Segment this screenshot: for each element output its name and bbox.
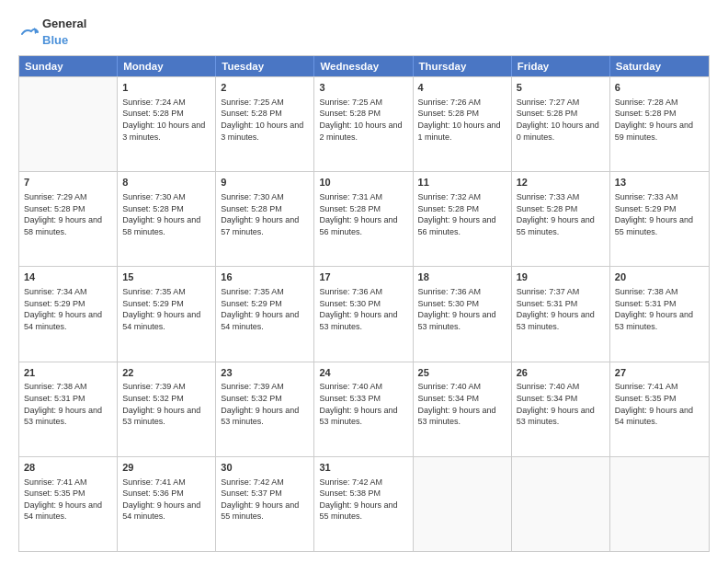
day-info: Sunrise: 7:40 AMSunset: 5:33 PMDaylight:… xyxy=(319,381,407,427)
day-cell-29: 29Sunrise: 7:41 AMSunset: 5:36 PMDayligh… xyxy=(118,457,216,551)
header-day-monday: Monday xyxy=(118,56,216,76)
day-cell-19: 19Sunrise: 7:37 AMSunset: 5:31 PMDayligh… xyxy=(512,267,610,361)
empty-cell xyxy=(414,457,512,551)
day-info: Sunrise: 7:37 AMSunset: 5:31 PMDaylight:… xyxy=(517,286,605,332)
day-cell-18: 18Sunrise: 7:36 AMSunset: 5:30 PMDayligh… xyxy=(414,267,512,361)
day-number: 8 xyxy=(122,176,210,190)
day-number: 24 xyxy=(319,366,407,380)
day-number: 21 xyxy=(24,366,112,380)
day-info: Sunrise: 7:32 AMSunset: 5:28 PMDaylight:… xyxy=(418,191,506,237)
day-info: Sunrise: 7:42 AMSunset: 5:38 PMDaylight:… xyxy=(319,477,407,523)
empty-cell xyxy=(19,77,118,171)
day-info: Sunrise: 7:39 AMSunset: 5:32 PMDaylight:… xyxy=(221,381,309,427)
day-info: Sunrise: 7:42 AMSunset: 5:37 PMDaylight:… xyxy=(221,477,309,523)
day-cell-20: 20Sunrise: 7:38 AMSunset: 5:31 PMDayligh… xyxy=(610,267,709,361)
day-cell-1: 1Sunrise: 7:24 AMSunset: 5:28 PMDaylight… xyxy=(118,77,216,171)
calendar: SundayMondayTuesdayWednesdayThursdayFrid… xyxy=(18,55,710,552)
header-day-thursday: Thursday xyxy=(414,56,512,76)
day-number: 26 xyxy=(517,366,605,380)
day-info: Sunrise: 7:25 AMSunset: 5:28 PMDaylight:… xyxy=(221,97,309,143)
day-info: Sunrise: 7:25 AMSunset: 5:28 PMDaylight:… xyxy=(319,97,407,143)
day-info: Sunrise: 7:33 AMSunset: 5:28 PMDaylight:… xyxy=(517,191,605,237)
day-number: 25 xyxy=(418,366,506,380)
day-cell-24: 24Sunrise: 7:40 AMSunset: 5:33 PMDayligh… xyxy=(314,362,413,456)
day-cell-10: 10Sunrise: 7:31 AMSunset: 5:28 PMDayligh… xyxy=(314,172,413,266)
day-cell-12: 12Sunrise: 7:33 AMSunset: 5:28 PMDayligh… xyxy=(512,172,610,266)
header-day-sunday: Sunday xyxy=(19,56,118,76)
day-info: Sunrise: 7:38 AMSunset: 5:31 PMDaylight:… xyxy=(615,286,704,332)
day-cell-3: 3Sunrise: 7:25 AMSunset: 5:28 PMDaylight… xyxy=(314,77,413,171)
empty-cell xyxy=(512,457,610,551)
day-number: 19 xyxy=(517,270,605,284)
day-cell-14: 14Sunrise: 7:34 AMSunset: 5:29 PMDayligh… xyxy=(19,267,118,361)
day-info: Sunrise: 7:36 AMSunset: 5:30 PMDaylight:… xyxy=(418,286,506,332)
day-number: 9 xyxy=(221,176,309,190)
day-number: 23 xyxy=(221,366,309,380)
day-info: Sunrise: 7:31 AMSunset: 5:28 PMDaylight:… xyxy=(319,191,407,237)
day-info: Sunrise: 7:24 AMSunset: 5:28 PMDaylight:… xyxy=(122,97,210,143)
day-cell-31: 31Sunrise: 7:42 AMSunset: 5:38 PMDayligh… xyxy=(314,457,413,551)
day-number: 31 xyxy=(319,461,407,475)
day-info: Sunrise: 7:30 AMSunset: 5:28 PMDaylight:… xyxy=(221,191,309,237)
day-cell-27: 27Sunrise: 7:41 AMSunset: 5:35 PMDayligh… xyxy=(610,362,709,456)
day-cell-2: 2Sunrise: 7:25 AMSunset: 5:28 PMDaylight… xyxy=(216,77,314,171)
day-cell-4: 4Sunrise: 7:26 AMSunset: 5:28 PMDaylight… xyxy=(414,77,512,171)
day-cell-9: 9Sunrise: 7:30 AMSunset: 5:28 PMDaylight… xyxy=(216,172,314,266)
day-cell-22: 22Sunrise: 7:39 AMSunset: 5:32 PMDayligh… xyxy=(118,362,216,456)
week-row-5: 28Sunrise: 7:41 AMSunset: 5:35 PMDayligh… xyxy=(19,456,709,551)
day-cell-7: 7Sunrise: 7:29 AMSunset: 5:28 PMDaylight… xyxy=(19,172,118,266)
day-number: 13 xyxy=(615,176,704,190)
day-info: Sunrise: 7:34 AMSunset: 5:29 PMDaylight:… xyxy=(24,286,112,332)
logo-blue: Blue xyxy=(42,33,68,47)
day-number: 28 xyxy=(24,461,112,475)
day-number: 27 xyxy=(615,366,704,380)
calendar-header: SundayMondayTuesdayWednesdayThursdayFrid… xyxy=(19,56,709,76)
day-number: 15 xyxy=(122,270,210,284)
day-number: 20 xyxy=(615,270,704,284)
day-cell-25: 25Sunrise: 7:40 AMSunset: 5:34 PMDayligh… xyxy=(414,362,512,456)
day-cell-15: 15Sunrise: 7:35 AMSunset: 5:29 PMDayligh… xyxy=(118,267,216,361)
day-number: 29 xyxy=(122,461,210,475)
day-cell-17: 17Sunrise: 7:36 AMSunset: 5:30 PMDayligh… xyxy=(314,267,413,361)
day-cell-28: 28Sunrise: 7:41 AMSunset: 5:35 PMDayligh… xyxy=(19,457,118,551)
logo-bird-icon xyxy=(18,21,39,41)
day-cell-21: 21Sunrise: 7:38 AMSunset: 5:31 PMDayligh… xyxy=(19,362,118,456)
day-number: 12 xyxy=(517,176,605,190)
day-cell-23: 23Sunrise: 7:39 AMSunset: 5:32 PMDayligh… xyxy=(216,362,314,456)
page: General Blue SundayMondayTuesdayWednesda… xyxy=(0,0,728,563)
day-cell-8: 8Sunrise: 7:30 AMSunset: 5:28 PMDaylight… xyxy=(118,172,216,266)
day-number: 17 xyxy=(319,270,407,284)
header-day-tuesday: Tuesday xyxy=(216,56,314,76)
header-day-friday: Friday xyxy=(512,56,610,76)
day-info: Sunrise: 7:36 AMSunset: 5:30 PMDaylight:… xyxy=(319,286,407,332)
day-number: 4 xyxy=(418,81,506,95)
day-cell-26: 26Sunrise: 7:40 AMSunset: 5:34 PMDayligh… xyxy=(512,362,610,456)
week-row-2: 7Sunrise: 7:29 AMSunset: 5:28 PMDaylight… xyxy=(19,171,709,266)
day-cell-6: 6Sunrise: 7:28 AMSunset: 5:28 PMDaylight… xyxy=(610,77,709,171)
calendar-body: 1Sunrise: 7:24 AMSunset: 5:28 PMDaylight… xyxy=(19,76,709,551)
day-info: Sunrise: 7:41 AMSunset: 5:35 PMDaylight:… xyxy=(615,381,704,427)
day-number: 30 xyxy=(221,461,309,475)
day-info: Sunrise: 7:40 AMSunset: 5:34 PMDaylight:… xyxy=(517,381,605,427)
day-cell-13: 13Sunrise: 7:33 AMSunset: 5:29 PMDayligh… xyxy=(610,172,709,266)
day-number: 5 xyxy=(517,81,605,95)
day-cell-30: 30Sunrise: 7:42 AMSunset: 5:37 PMDayligh… xyxy=(216,457,314,551)
day-number: 14 xyxy=(24,270,112,284)
logo-general: General xyxy=(42,17,86,30)
day-cell-16: 16Sunrise: 7:35 AMSunset: 5:29 PMDayligh… xyxy=(216,267,314,361)
header: General Blue xyxy=(18,15,710,48)
day-number: 6 xyxy=(615,81,704,95)
empty-cell xyxy=(610,457,709,551)
header-day-wednesday: Wednesday xyxy=(314,56,413,76)
day-number: 1 xyxy=(122,81,210,95)
day-number: 2 xyxy=(221,81,309,95)
header-day-saturday: Saturday xyxy=(610,56,709,76)
day-info: Sunrise: 7:26 AMSunset: 5:28 PMDaylight:… xyxy=(418,97,506,143)
day-cell-5: 5Sunrise: 7:27 AMSunset: 5:28 PMDaylight… xyxy=(512,77,610,171)
day-info: Sunrise: 7:38 AMSunset: 5:31 PMDaylight:… xyxy=(24,381,112,427)
day-info: Sunrise: 7:33 AMSunset: 5:29 PMDaylight:… xyxy=(615,191,704,237)
day-info: Sunrise: 7:39 AMSunset: 5:32 PMDaylight:… xyxy=(122,381,210,427)
day-cell-11: 11Sunrise: 7:32 AMSunset: 5:28 PMDayligh… xyxy=(414,172,512,266)
day-number: 10 xyxy=(319,176,407,190)
week-row-3: 14Sunrise: 7:34 AMSunset: 5:29 PMDayligh… xyxy=(19,266,709,361)
